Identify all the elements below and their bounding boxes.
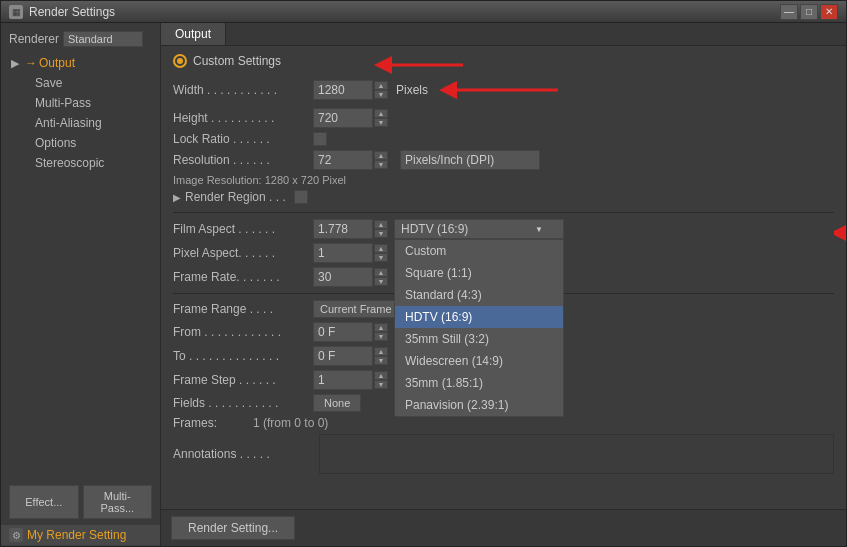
from-label: From . . . . . . . . . . . . <box>173 325 313 339</box>
frames-row: Frames: 1 (from 0 to 0) <box>173 416 834 430</box>
resolution-unit-select[interactable]: Pixels/Inch (DPI) Pixels/cm <box>400 150 540 170</box>
width-input[interactable] <box>313 80 373 100</box>
dropdown-item-35mm-185[interactable]: 35mm (1.85:1) <box>395 372 563 394</box>
film-up[interactable]: ▲ <box>374 220 388 229</box>
annotations-area[interactable] <box>319 434 834 474</box>
multipass-button[interactable]: Multi-Pass... <box>83 485 153 519</box>
pixel-aspect-spinner[interactable]: ▲ ▼ <box>374 244 388 262</box>
fr-down[interactable]: ▼ <box>374 277 388 286</box>
width-spinner[interactable]: ▲ ▼ <box>374 81 388 99</box>
render-settings-window: ▦ Render Settings — □ ✕ Renderer Standar… <box>0 0 847 547</box>
from-input[interactable] <box>313 322 373 342</box>
fr-up[interactable]: ▲ <box>374 268 388 277</box>
resolution-row: Resolution . . . . . . ▲ ▼ Pixels/Inch (… <box>173 150 834 170</box>
render-region-checkbox[interactable] <box>294 190 308 204</box>
sidebar-item-options[interactable]: Options <box>1 133 160 153</box>
film-down[interactable]: ▼ <box>374 229 388 238</box>
from-down[interactable]: ▼ <box>374 332 388 341</box>
frame-step-input[interactable] <box>313 370 373 390</box>
film-aspect-dropdown-btn[interactable]: HDTV (16:9) ▼ <box>394 219 564 239</box>
height-label: Height . . . . . . . . . . <box>173 111 313 125</box>
to-input[interactable] <box>313 346 373 366</box>
output-label: Output <box>39 56 75 70</box>
height-row: Height . . . . . . . . . . ▲ ▼ <box>173 108 834 128</box>
frame-range-button[interactable]: Current Frame <box>313 300 399 318</box>
resolution-spinner[interactable]: ▲ ▼ <box>374 151 388 169</box>
dropdown-item-35mm-still[interactable]: 35mm Still (3:2) <box>395 328 563 350</box>
resolution-input[interactable] <box>313 150 373 170</box>
dropdown-item-standard[interactable]: Standard (4:3) <box>395 284 563 306</box>
resolution-label: Resolution . . . . . . <box>173 153 313 167</box>
dropdown-item-hdtv[interactable]: HDTV (16:9) <box>395 306 563 328</box>
dropdown-item-custom[interactable]: Custom <box>395 240 563 262</box>
res-down[interactable]: ▼ <box>374 160 388 169</box>
main-panel: Output Custom Settings <box>161 23 846 546</box>
renderer-select[interactable]: Standard <box>63 31 143 47</box>
sidebar-item-antialiasing[interactable]: Anti-Aliasing <box>1 113 160 133</box>
render-setting-bar: Render Setting... <box>161 509 846 546</box>
pa-down[interactable]: ▼ <box>374 253 388 262</box>
frame-step-spinner[interactable]: ▲ ▼ <box>374 371 388 389</box>
frame-rate-spinner[interactable]: ▲ ▼ <box>374 268 388 286</box>
my-render-setting-row: ⚙ My Render Setting <box>1 525 160 546</box>
arrow-pixels <box>438 76 568 104</box>
to-label: To . . . . . . . . . . . . . . <box>173 349 313 363</box>
my-render-label: My Render Setting <box>27 528 126 542</box>
lock-ratio-row: Lock Ratio . . . . . . <box>173 132 834 146</box>
render-setting-button[interactable]: Render Setting... <box>171 516 295 540</box>
frame-rate-input[interactable] <box>313 267 373 287</box>
sidebar-item-save[interactable]: Save <box>1 73 160 93</box>
output-check: ▶ <box>11 57 25 70</box>
pa-up[interactable]: ▲ <box>374 244 388 253</box>
to-up[interactable]: ▲ <box>374 347 388 356</box>
sidebar-item-output[interactable]: ▶ → Output <box>1 53 160 73</box>
aa-label: Anti-Aliasing <box>35 116 102 130</box>
tab-output[interactable]: Output <box>161 23 226 45</box>
fields-label: Fields . . . . . . . . . . . <box>173 396 313 410</box>
res-up[interactable]: ▲ <box>374 151 388 160</box>
custom-radio[interactable] <box>173 54 187 68</box>
close-button[interactable]: ✕ <box>820 4 838 20</box>
film-aspect-spinner[interactable]: ▲ ▼ <box>374 220 388 238</box>
pixel-aspect-input[interactable] <box>313 243 373 263</box>
height-spinner[interactable]: ▲ ▼ <box>374 109 388 127</box>
stereo-label: Stereoscopic <box>35 156 104 170</box>
sidebar-item-multipass[interactable]: Multi-Pass <box>1 93 160 113</box>
render-region-label: Render Region . . . <box>185 190 286 204</box>
tabs-bar: Output <box>161 23 846 46</box>
height-input[interactable] <box>313 108 373 128</box>
render-region-row: ▶ Render Region . . . <box>173 190 834 204</box>
width-up[interactable]: ▲ <box>374 81 388 90</box>
window-title: Render Settings <box>29 5 780 19</box>
frame-rate-label: Frame Rate. . . . . . . <box>173 270 313 284</box>
from-spinner[interactable]: ▲ ▼ <box>374 323 388 341</box>
fs-up[interactable]: ▲ <box>374 371 388 380</box>
film-aspect-dropdown-container: HDTV (16:9) ▼ Custom Square (1:1) Standa… <box>394 219 564 239</box>
dropdown-item-widescreen[interactable]: Widescreen (14:9) <box>395 350 563 372</box>
film-aspect-selected: HDTV (16:9) <box>401 222 468 236</box>
lock-ratio-label: Lock Ratio . . . . . . <box>173 132 313 146</box>
options-label: Options <box>35 136 76 150</box>
sidebar-item-stereoscopic[interactable]: Stereoscopic <box>1 153 160 173</box>
frames-value: 1 (from 0 to 0) <box>253 416 328 430</box>
output-arrow: → <box>25 56 37 70</box>
maximize-button[interactable]: □ <box>800 4 818 20</box>
effect-button[interactable]: Effect... <box>9 485 79 519</box>
lock-ratio-checkbox[interactable] <box>313 132 327 146</box>
to-spinner[interactable]: ▲ ▼ <box>374 347 388 365</box>
width-down[interactable]: ▼ <box>374 90 388 99</box>
minimize-button[interactable]: — <box>780 4 798 20</box>
annotations-label: Annotations . . . . . <box>173 447 313 461</box>
render-region-arrow[interactable]: ▶ <box>173 192 181 203</box>
film-aspect-input[interactable] <box>313 219 373 239</box>
height-up[interactable]: ▲ <box>374 109 388 118</box>
fields-value: None <box>313 394 361 412</box>
fs-down[interactable]: ▼ <box>374 380 388 389</box>
frame-range-label: Frame Range . . . . <box>173 302 313 316</box>
height-down[interactable]: ▼ <box>374 118 388 127</box>
film-aspect-label: Film Aspect . . . . . . <box>173 222 313 236</box>
dropdown-item-square[interactable]: Square (1:1) <box>395 262 563 284</box>
to-down[interactable]: ▼ <box>374 356 388 365</box>
from-up[interactable]: ▲ <box>374 323 388 332</box>
dropdown-item-panavision[interactable]: Panavision (2.39:1) <box>395 394 563 416</box>
